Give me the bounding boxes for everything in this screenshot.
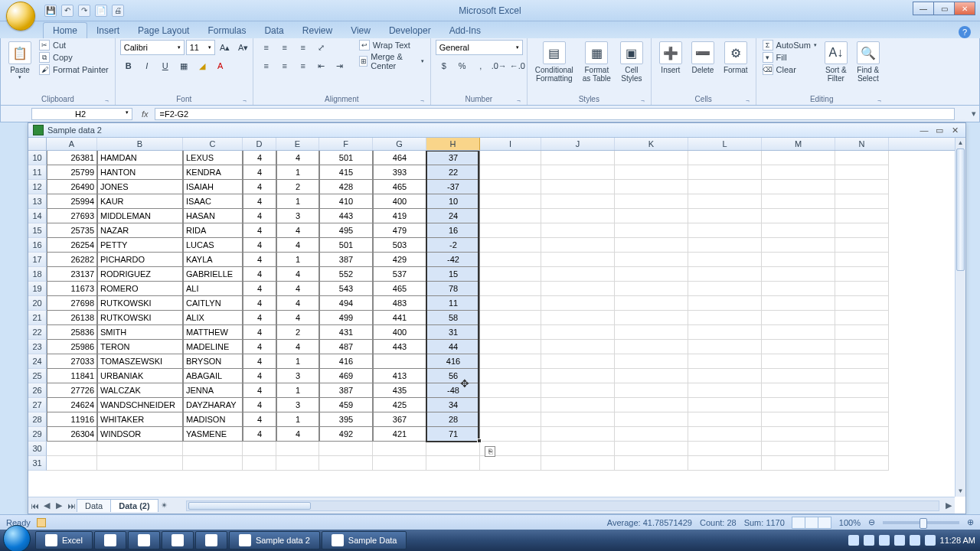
- cell[interactable]: [688, 253, 762, 267]
- cell[interactable]: 24624: [47, 398, 97, 412]
- cell[interactable]: [762, 151, 835, 165]
- cell[interactable]: ALI: [183, 282, 243, 296]
- align-right-icon[interactable]: ≡: [295, 58, 312, 73]
- cell[interactable]: 15: [426, 267, 480, 282]
- cell[interactable]: 4: [276, 238, 319, 253]
- cell[interactable]: 441: [373, 311, 426, 325]
- cell[interactable]: [688, 383, 762, 398]
- cell[interactable]: 56: [426, 369, 480, 383]
- paste-button[interactable]: 📋Paste▾: [5, 40, 34, 82]
- cell[interactable]: [688, 427, 762, 442]
- cell[interactable]: 499: [319, 311, 373, 325]
- row-header[interactable]: 15: [28, 223, 47, 238]
- cell[interactable]: [183, 456, 243, 471]
- cell[interactable]: 495: [319, 223, 373, 238]
- horizontal-scrollbar[interactable]: [186, 500, 939, 511]
- comma-icon[interactable]: ,: [472, 58, 489, 73]
- cell[interactable]: [835, 282, 889, 296]
- qat-button[interactable]: ↶: [61, 5, 74, 17]
- cell[interactable]: [541, 253, 615, 267]
- cell[interactable]: [835, 311, 889, 325]
- cell[interactable]: 400: [373, 194, 426, 209]
- col-header-E[interactable]: E: [276, 138, 319, 150]
- cell[interactable]: [615, 456, 688, 471]
- cell[interactable]: 26490: [47, 180, 97, 194]
- cell[interactable]: [762, 427, 835, 442]
- cell[interactable]: [541, 296, 615, 311]
- tray-icon[interactable]: [864, 535, 874, 546]
- cell[interactable]: 387: [319, 383, 373, 398]
- col-header-N[interactable]: N: [835, 138, 889, 150]
- cell[interactable]: 4: [243, 383, 276, 398]
- cell[interactable]: [615, 369, 688, 383]
- cell[interactable]: [688, 456, 762, 471]
- wb-minimize-button[interactable]: —: [916, 126, 932, 135]
- cell[interactable]: [835, 442, 889, 456]
- cell[interactable]: 4: [243, 223, 276, 238]
- cell[interactable]: [615, 209, 688, 223]
- cell[interactable]: [480, 151, 541, 165]
- cell[interactable]: [762, 398, 835, 412]
- cell[interactable]: 395: [319, 412, 373, 427]
- cell[interactable]: 425: [373, 398, 426, 412]
- cell[interactable]: 1: [276, 165, 319, 180]
- cell[interactable]: [688, 282, 762, 296]
- vertical-scrollbar[interactable]: ▲ ▼: [955, 138, 965, 497]
- cell[interactable]: [480, 311, 541, 325]
- cell[interactable]: [480, 267, 541, 282]
- cell[interactable]: [615, 354, 688, 369]
- cell[interactable]: [615, 165, 688, 180]
- cell[interactable]: [541, 180, 615, 194]
- cell[interactable]: 4: [243, 369, 276, 383]
- cell[interactable]: 429: [373, 253, 426, 267]
- cell[interactable]: [541, 456, 615, 471]
- col-header-L[interactable]: L: [688, 138, 762, 150]
- cell[interactable]: 4: [243, 253, 276, 267]
- row-header[interactable]: 29: [28, 427, 47, 442]
- cell[interactable]: [480, 282, 541, 296]
- cell[interactable]: WHITAKER: [97, 412, 183, 427]
- orientation-icon[interactable]: ⤢: [313, 40, 330, 55]
- cell[interactable]: JONES: [97, 180, 183, 194]
- cell[interactable]: [762, 456, 835, 471]
- cell[interactable]: [541, 223, 615, 238]
- taskbar-item[interactable]: Sample Data: [322, 531, 407, 549]
- indent-icon[interactable]: ⇥: [332, 58, 348, 73]
- expand-formula-icon[interactable]: ▾: [969, 109, 979, 119]
- cell[interactable]: 393: [373, 165, 426, 180]
- bold-icon[interactable]: B: [120, 58, 137, 73]
- cell[interactable]: -37: [426, 180, 480, 194]
- cell[interactable]: [373, 456, 426, 471]
- qat-button[interactable]: 📄: [95, 5, 107, 17]
- help-icon[interactable]: ?: [959, 26, 971, 38]
- col-header-D[interactable]: D: [243, 138, 276, 150]
- cell[interactable]: [480, 354, 541, 369]
- currency-icon[interactable]: $: [436, 58, 452, 73]
- cell[interactable]: 4: [243, 354, 276, 369]
- align-bottom-icon[interactable]: ≡: [295, 40, 312, 55]
- cell[interactable]: RUTKOWSKI: [97, 296, 183, 311]
- cell[interactable]: [835, 398, 889, 412]
- cell[interactable]: 27033: [47, 354, 97, 369]
- cell[interactable]: 465: [373, 282, 426, 296]
- row-header[interactable]: 25: [28, 369, 47, 383]
- cell[interactable]: [97, 442, 183, 456]
- col-header-H[interactable]: H: [426, 138, 480, 150]
- tab-developer[interactable]: Developer: [380, 23, 440, 38]
- cell[interactable]: [480, 209, 541, 223]
- cell[interactable]: YASMENE: [183, 427, 243, 442]
- cell[interactable]: [762, 383, 835, 398]
- cell[interactable]: 27693: [47, 209, 97, 223]
- tab-data[interactable]: Data: [255, 23, 292, 38]
- cell[interactable]: 58: [426, 311, 480, 325]
- cell[interactable]: ROMERO: [97, 282, 183, 296]
- qat-button[interactable]: 🖨: [112, 5, 124, 17]
- cell[interactable]: 27726: [47, 383, 97, 398]
- autofill-options-icon[interactable]: ⎘: [485, 446, 495, 457]
- row-header[interactable]: 14: [28, 209, 47, 223]
- cell[interactable]: [319, 456, 373, 471]
- cut-button[interactable]: ✂Cut: [38, 40, 110, 51]
- cell[interactable]: [541, 369, 615, 383]
- cell[interactable]: [835, 165, 889, 180]
- cell[interactable]: [835, 412, 889, 427]
